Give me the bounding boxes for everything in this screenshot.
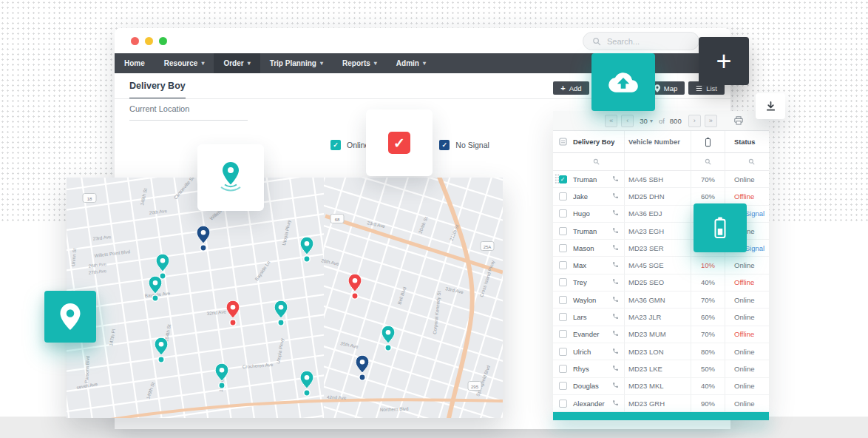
prev-page-button[interactable]: ‹ (621, 115, 634, 127)
call-button[interactable] (612, 382, 619, 390)
nav-item-label: Reports (342, 59, 370, 67)
table-row: MaxMA45 SGE10%Online (553, 257, 769, 274)
drag-handle-icon[interactable] (555, 174, 560, 185)
download-card[interactable] (756, 93, 785, 119)
column-status[interactable]: Status (725, 131, 769, 152)
phone-icon (612, 330, 619, 337)
battery-percent: 60% (691, 309, 725, 325)
window-chrome: Search... (115, 28, 730, 53)
call-button[interactable] (612, 209, 619, 218)
filter-status-search-icon[interactable] (734, 158, 769, 165)
call-button[interactable] (612, 278, 619, 286)
row-checkbox[interactable] (559, 382, 567, 390)
status-text: Offline (725, 274, 769, 291)
street-label: Northern Blvd (380, 406, 409, 412)
call-button[interactable] (612, 175, 619, 183)
row-checkbox[interactable] (559, 278, 567, 286)
delivery-boy-name: Mason (573, 244, 594, 252)
nav-item-admin[interactable]: Admin▾ (387, 53, 435, 73)
search-icon (592, 37, 601, 46)
last-page-button[interactable]: » (705, 115, 717, 127)
add-button[interactable]: + Add (553, 81, 589, 95)
call-button[interactable] (612, 296, 619, 304)
street-label: 42nd Ave (327, 394, 347, 400)
row-checkbox[interactable] (559, 400, 567, 408)
table-header: Delivery Boy Vehicle Number Status (553, 131, 769, 153)
nav-item-trip-planning[interactable]: Trip Planning▾ (260, 53, 333, 73)
maximize-window-icon[interactable] (159, 37, 167, 45)
minimize-window-icon[interactable] (145, 37, 153, 45)
column-delivery-boy[interactable]: Delivery Boy (572, 131, 624, 152)
delivery-boy-name: Trey (573, 278, 587, 286)
section-label: Current Location (129, 104, 248, 121)
table-row: AlexanderMD23 GRH90%Online (553, 395, 769, 412)
vehicle-number: MA36 EDJ (624, 206, 691, 222)
delivery-boy-name: Lars (573, 313, 586, 321)
nav-item-order[interactable]: Order▾ (214, 53, 260, 73)
row-checkbox[interactable] (559, 209, 567, 218)
nav-item-label: Home (124, 59, 145, 67)
legend-checkbox[interactable]: ✓ (330, 140, 341, 150)
column-battery[interactable] (691, 131, 725, 152)
map[interactable]: 149th StClintonville StWillets Point Blv… (67, 178, 503, 418)
nav-item-reports[interactable]: Reports▾ (333, 53, 387, 73)
call-button[interactable] (612, 192, 619, 201)
first-page-button[interactable]: « (605, 115, 617, 127)
row-checkbox[interactable] (559, 365, 567, 373)
row-checkbox[interactable] (559, 192, 567, 201)
row-checkbox[interactable]: ✓ (559, 175, 567, 183)
call-button[interactable] (612, 244, 619, 252)
row-checkbox[interactable] (559, 296, 567, 304)
vehicle-number: MD23 MKL (624, 378, 691, 394)
filter-battery-search-icon[interactable] (691, 158, 725, 165)
battery-percent: 80% (691, 343, 725, 360)
status-text: Offline (725, 188, 769, 204)
browser-search-input[interactable]: Search... (583, 32, 699, 50)
call-button[interactable] (612, 330, 619, 338)
row-checkbox[interactable] (559, 313, 567, 321)
print-button[interactable] (733, 115, 744, 129)
legend-item-no-signal: ✓No Signal (439, 140, 489, 150)
chevron-down-icon: ▾ (650, 118, 653, 124)
delivery-boy-name: Truman (573, 175, 597, 183)
row-checkbox[interactable] (559, 348, 567, 356)
battery-percent: 70% (691, 292, 725, 308)
call-button[interactable] (612, 227, 619, 235)
nav-items: HomeResource▾Order▾Trip Planning▾Reports… (115, 53, 435, 73)
window-controls (131, 37, 167, 45)
phone-icon (612, 296, 619, 303)
check-icon: ✓ (393, 135, 405, 152)
page-size-dropdown[interactable]: 30 ▾ (640, 117, 653, 125)
column-vehicle-number[interactable]: Vehicle Number (624, 131, 691, 152)
close-window-icon[interactable] (131, 37, 139, 45)
red-checkbox[interactable]: ✓ (388, 132, 410, 154)
svg-text:18: 18 (87, 197, 92, 201)
vehicle-number: MD23 SER (624, 240, 691, 256)
nav-item-home[interactable]: Home (115, 53, 155, 73)
row-checkbox[interactable] (559, 227, 567, 235)
filter-name-search-icon[interactable] (573, 158, 619, 165)
pagination-bar: « ‹ 30 ▾ of 800 › » (553, 111, 769, 131)
legend-checkbox[interactable]: ✓ (439, 140, 450, 150)
battery-tile (694, 203, 747, 252)
table-row: EvanderMD23 MUM70%Offline (553, 326, 769, 343)
row-checkbox[interactable] (559, 261, 567, 269)
svg-text:25A: 25A (484, 245, 492, 249)
status-text: Online (725, 395, 769, 411)
row-checkbox[interactable] (559, 244, 567, 252)
call-button[interactable] (612, 365, 619, 373)
check-icon: ✓ (442, 141, 448, 149)
nav-item-label: Resource (164, 59, 198, 67)
next-page-button[interactable]: › (688, 115, 701, 127)
call-button[interactable] (612, 348, 619, 356)
select-all-icon[interactable] (553, 131, 572, 152)
call-button[interactable] (612, 313, 619, 321)
status-text: Offline (725, 326, 769, 343)
battery-percent: 50% (691, 360, 725, 377)
nav-item-resource[interactable]: Resource▾ (155, 53, 214, 73)
call-button[interactable] (612, 261, 619, 269)
delivery-boy-name: Rhys (573, 365, 589, 373)
row-checkbox[interactable] (559, 330, 567, 338)
table-row: RhysMD23 LKE50%Online (553, 360, 769, 377)
call-button[interactable] (612, 400, 619, 408)
